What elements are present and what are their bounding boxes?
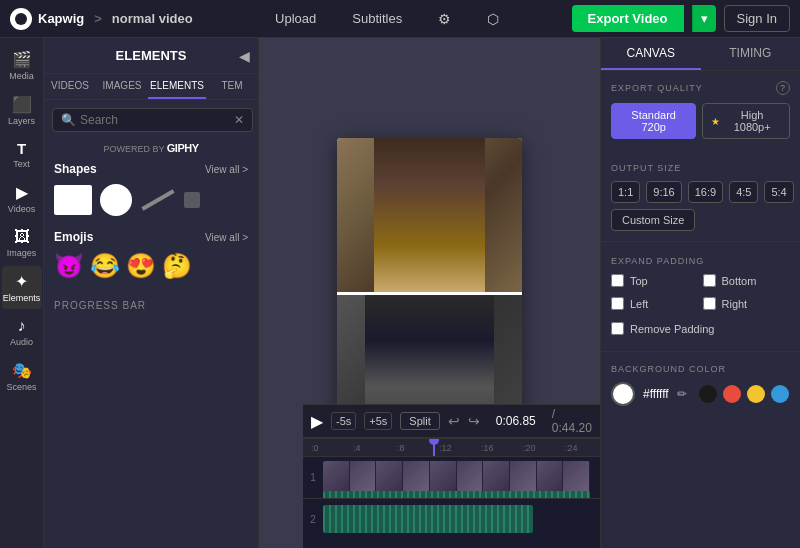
project-title: normal video: [112, 11, 193, 26]
shape-rectangle[interactable]: [54, 185, 92, 215]
video-frame-top: [337, 138, 522, 295]
emoji-devil[interactable]: 😈: [54, 252, 84, 280]
shape-more[interactable]: [184, 192, 200, 208]
video-track-1[interactable]: [323, 461, 590, 493]
shape-circle[interactable]: [100, 184, 132, 216]
size-16-9-button[interactable]: 16:9: [688, 181, 723, 203]
remove-padding-label: Remove Padding: [630, 323, 714, 335]
ruler-mark-24: :24: [565, 443, 578, 453]
padding-right-checkbox[interactable]: [703, 297, 716, 310]
padding-bottom-checkbox[interactable]: [703, 274, 716, 287]
sidebar-item-layers[interactable]: ⬛ Layers: [2, 89, 42, 132]
panel-collapse-button[interactable]: ◀: [239, 48, 250, 64]
size-1-1-button[interactable]: 1:1: [611, 181, 640, 203]
breadcrumb-separator: >: [94, 11, 102, 26]
color-edit-button[interactable]: ✏: [677, 387, 687, 401]
track-number-1: 1: [303, 472, 323, 483]
thumb-8: [510, 461, 537, 493]
high-quality-button[interactable]: ★ High 1080p+: [702, 103, 790, 139]
emoji-laugh[interactable]: 😂: [90, 252, 120, 280]
tab-templates[interactable]: TEM: [206, 74, 258, 99]
export-quality-title: EXPORT QUALITY ?: [611, 81, 790, 95]
sidebar-item-videos[interactable]: ▶ Videos: [2, 177, 42, 220]
sidebar-item-images[interactable]: 🖼 Images: [2, 222, 42, 264]
giphy-powered-text: POWERED BY: [103, 144, 164, 154]
color-dot-black[interactable]: [699, 385, 717, 403]
tab-canvas[interactable]: CANVAS: [601, 38, 701, 70]
sidebar-item-elements[interactable]: ✦ Elements: [2, 266, 42, 309]
padding-top-checkbox[interactable]: [611, 274, 624, 287]
emojis-view-all[interactable]: View all >: [205, 232, 248, 243]
remove-padding-checkbox[interactable]: [611, 322, 624, 335]
ruler-mark-0: :0: [311, 443, 319, 453]
padding-right-label: Right: [722, 298, 748, 310]
settings-icon[interactable]: ⚙: [430, 7, 459, 31]
panel-tabs: VIDEOS IMAGES ELEMENTS TEM: [44, 74, 258, 100]
padding-left-label: Left: [630, 298, 648, 310]
size-5-4-button[interactable]: 5:4: [764, 181, 793, 203]
export-video-button[interactable]: Export Video: [572, 5, 684, 32]
color-dot-yellow[interactable]: [747, 385, 765, 403]
track-1-content[interactable]: [323, 457, 600, 498]
total-time: / 0:44.20: [552, 407, 592, 435]
padding-bottom-label: Bottom: [722, 275, 757, 287]
export-dropdown-arrow[interactable]: ▾: [692, 5, 716, 32]
rewind-5s-button[interactable]: -5s: [331, 412, 356, 430]
video-track-2[interactable]: [323, 505, 533, 533]
thumb-10: [563, 461, 590, 493]
emoji-eyes[interactable]: 😍: [126, 252, 156, 280]
subtitles-button[interactable]: Subtitles: [344, 7, 410, 30]
scenes-icon: 🎭: [12, 361, 32, 380]
giphy-logo: GIPHY: [167, 142, 199, 154]
elements-icon: ✦: [15, 272, 28, 291]
shape-line[interactable]: [140, 188, 176, 212]
play-button[interactable]: ▶: [311, 412, 323, 431]
tab-elements[interactable]: ELEMENTS: [148, 74, 206, 99]
upload-button[interactable]: Upload: [267, 7, 324, 30]
color-preview[interactable]: [611, 382, 635, 406]
split-button[interactable]: Split: [400, 412, 439, 430]
star-icon: ★: [711, 116, 720, 127]
search-row: 🔍 ✕ Go: [44, 100, 258, 140]
sidebar-item-scenes[interactable]: 🎭 Scenes: [2, 355, 42, 398]
emoji-think[interactable]: 🤔: [162, 252, 192, 280]
videos-icon: ▶: [16, 183, 28, 202]
color-dot-blue[interactable]: [771, 385, 789, 403]
app-logo[interactable]: Kapwig > normal video: [10, 8, 193, 30]
main-layout: 🎬 Media ⬛ Layers T Text ▶ Videos 🖼 Image…: [0, 38, 800, 548]
playhead[interactable]: [433, 439, 435, 456]
color-dot-red[interactable]: [723, 385, 741, 403]
help-icon[interactable]: ?: [776, 81, 790, 95]
undo-button[interactable]: ↩: [448, 413, 460, 429]
sidebar-item-text[interactable]: T Text: [2, 134, 42, 175]
sidebar-item-media[interactable]: 🎬 Media: [2, 44, 42, 87]
signin-button[interactable]: Sign In: [724, 5, 790, 32]
progress-section: PROGRESS BAR: [44, 292, 258, 318]
search-clear-button[interactable]: ✕: [234, 113, 244, 127]
tab-videos[interactable]: VIDEOS: [44, 74, 96, 99]
sidebar-item-label-layers: Layers: [8, 116, 35, 126]
right-panel: CANVAS TIMING EXPORT QUALITY ? Standard …: [600, 38, 800, 548]
canvas-content: [337, 138, 522, 448]
tab-timing[interactable]: TIMING: [701, 38, 801, 70]
share-icon[interactable]: ⬡: [479, 7, 507, 31]
custom-size-button[interactable]: Custom Size: [611, 209, 695, 231]
padding-left-checkbox[interactable]: [611, 297, 624, 310]
text-icon: T: [17, 140, 26, 157]
size-4-5-button[interactable]: 4:5: [729, 181, 758, 203]
redo-button[interactable]: ↪: [468, 413, 480, 429]
divider: [601, 241, 800, 242]
sidebar-item-audio[interactable]: ♪ Audio: [2, 311, 42, 353]
tab-images[interactable]: IMAGES: [96, 74, 148, 99]
ruler-mark-12: :12: [439, 443, 452, 453]
size-9-16-button[interactable]: 9:16: [646, 181, 681, 203]
layers-icon: ⬛: [12, 95, 32, 114]
shapes-view-all[interactable]: View all >: [205, 164, 248, 175]
forward-5s-button[interactable]: +5s: [364, 412, 392, 430]
track-2-content[interactable]: [323, 499, 600, 539]
search-input[interactable]: [80, 113, 230, 127]
shapes-title: Shapes: [54, 162, 97, 176]
table-row: 1: [303, 457, 600, 499]
standard-quality-button[interactable]: Standard 720p: [611, 103, 696, 139]
canvas-area: ▶ -5s +5s Split ↩ ↪ 0:06.85 / 0:44.20 🔍 …: [259, 38, 600, 548]
